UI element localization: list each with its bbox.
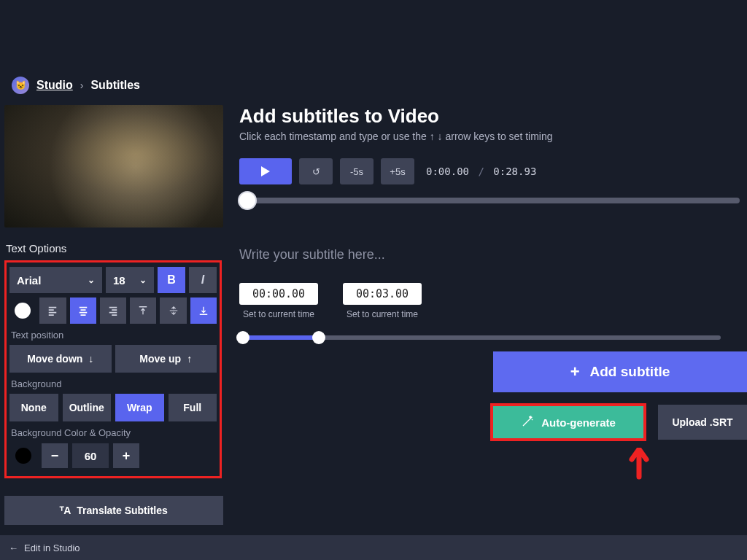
time-separator: / [478,166,484,177]
range-end-knob[interactable] [312,331,325,344]
text-options-heading: Text Options [6,242,222,254]
wand-icon [521,415,534,430]
font-size-value: 18 [113,274,125,287]
align-center-button[interactable] [70,298,96,324]
minus-5s-button[interactable]: -5s [340,158,374,184]
valign-top-button[interactable] [130,298,156,324]
move-down-button[interactable]: Move down ↓ [9,345,112,373]
opacity-increase-button[interactable]: + [113,443,139,468]
plus-5s-button[interactable]: +5s [381,158,414,184]
background-heading: Background [11,378,217,389]
start-timestamp-input[interactable]: 00:00.00 [239,283,318,305]
range-fill [239,335,318,340]
app-logo: 😺 [12,77,29,94]
subtitle-range-slider[interactable] [239,335,721,340]
start-set-current-label[interactable]: Set to current time [243,309,314,319]
page-title: Add subtitles to Video [239,105,740,128]
opacity-decrease-button[interactable]: − [42,443,68,468]
font-size-select[interactable]: 18 ⌄ [106,267,154,293]
text-options-panel: Arial ⌄ 18 ⌄ B I [4,260,222,478]
chevron-down-icon: ⌄ [139,275,147,285]
range-start-knob[interactable] [236,331,249,344]
breadcrumb: 😺 Studio › Subtitles [0,77,747,94]
sidebar: Text Options Arial ⌄ 18 ⌄ B I [0,105,226,525]
subtitle-input[interactable]: Write your subtitle here... [239,247,706,262]
move-up-button[interactable]: Move up ↑ [115,345,217,373]
bg-none-button[interactable]: None [9,394,58,421]
bg-color-opacity-heading: Background Color & Opacity [11,427,217,438]
italic-button[interactable]: I [189,267,217,293]
back-arrow-icon[interactable]: ← [9,542,18,553]
arrow-down-icon: ↓ [88,353,93,365]
translate-subtitles-button[interactable]: ᵀA Translate Subtitles [4,496,223,525]
valign-bottom-button[interactable] [190,298,217,324]
annotation-arrow-icon [626,448,652,492]
add-subtitle-label: Add subtitle [590,364,670,380]
video-preview[interactable] [4,105,223,228]
align-right-button[interactable] [100,298,126,324]
playback-time: 0:00.00 / 0:28.93 [426,166,536,177]
move-down-label: Move down [27,353,82,365]
align-left-button[interactable] [39,298,66,324]
play-icon [261,166,270,176]
bg-color-picker[interactable] [9,443,37,469]
arrow-up-icon: ↑ [187,353,192,365]
move-up-label: Move up [139,353,181,365]
bg-wrap-button[interactable]: Wrap [115,394,164,421]
add-subtitle-button[interactable]: + Add subtitle [493,351,747,392]
upload-srt-button[interactable]: Upload .SRT [658,405,747,440]
text-color-picker[interactable] [9,298,36,324]
auto-generate-label: Auto-generate [541,416,616,429]
timeline-knob[interactable] [238,191,257,210]
valign-middle-button[interactable] [160,298,186,324]
playback-controls: ↺ -5s +5s 0:00.00 / 0:28.93 [239,158,740,184]
bg-outline-button[interactable]: Outline [63,394,112,421]
breadcrumb-current: Subtitles [90,79,140,92]
translate-icon: ᵀA [60,505,71,516]
playback-timeline[interactable] [239,198,740,203]
play-button[interactable] [239,158,292,184]
end-set-current-label[interactable]: Set to current time [347,309,418,319]
rewind-button[interactable]: ↺ [299,158,333,184]
footer-bar: ← Edit in Studio [0,535,747,560]
font-select-value: Arial [17,274,41,287]
text-position-heading: Text position [11,330,217,341]
auto-generate-button[interactable]: Auto-generate [492,405,645,440]
bold-button[interactable]: B [158,267,185,293]
end-timestamp-input[interactable]: 00:03.00 [343,283,422,305]
current-time: 0:00.00 [426,166,469,177]
opacity-value: 60 [72,443,109,468]
page-subtitle: Click each timestamp and type or use the… [239,131,740,142]
breadcrumb-separator: › [80,79,84,91]
plus-icon: + [570,362,580,381]
main-content: Add subtitles to Video Click each timest… [226,105,747,525]
font-select[interactable]: Arial ⌄ [9,267,102,293]
translate-label: Translate Subtitles [77,505,167,516]
breadcrumb-studio[interactable]: Studio [36,79,73,92]
edit-in-studio-link[interactable]: Edit in Studio [24,542,80,553]
total-time: 0:28.93 [493,166,536,177]
bg-full-button[interactable]: Full [169,394,217,421]
chevron-down-icon: ⌄ [88,275,95,285]
